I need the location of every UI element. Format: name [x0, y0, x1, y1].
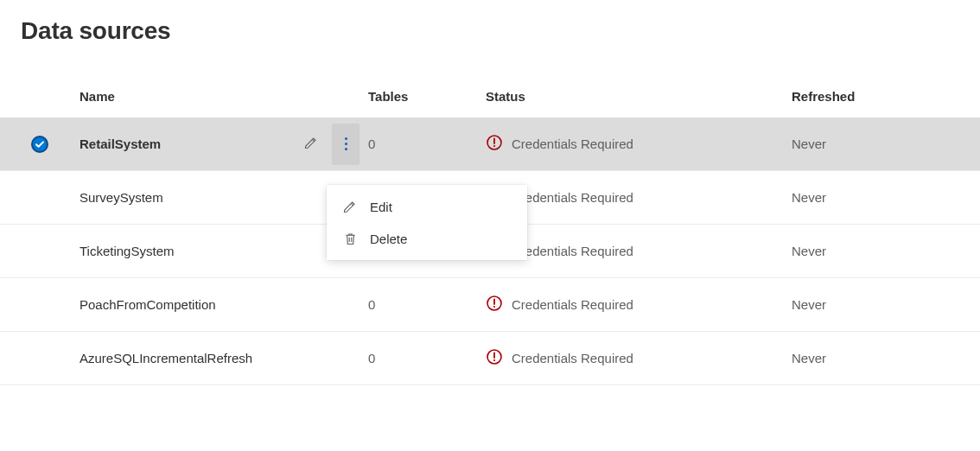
- menu-item-label: Delete: [370, 232, 407, 246]
- warning-icon: [486, 295, 503, 314]
- warning-icon: [486, 134, 503, 154]
- row-tables: 0: [363, 351, 486, 365]
- row-context-menu: Edit Delete: [327, 185, 527, 260]
- row-refreshed: Never: [792, 351, 964, 365]
- row-status: Credentials Required: [512, 297, 633, 312]
- row-refreshed: Never: [792, 297, 964, 312]
- column-header-tables[interactable]: Tables: [363, 89, 486, 104]
- row-refreshed: Never: [792, 190, 964, 205]
- row-status: Credentials Required: [512, 244, 633, 258]
- edit-icon[interactable]: [303, 135, 319, 153]
- column-header-refreshed[interactable]: Refreshed: [792, 89, 964, 104]
- row-refreshed: Never: [792, 244, 964, 258]
- more-actions-button[interactable]: [332, 124, 360, 165]
- row-name[interactable]: AzureSQLIncrementalRefresh: [80, 351, 294, 365]
- table-row[interactable]: RetailSystem 0 Credentials Required Neve…: [0, 118, 980, 171]
- edit-icon: [342, 199, 358, 214]
- row-name[interactable]: SurveySystem: [80, 190, 294, 205]
- vertical-dots-icon: [345, 137, 347, 150]
- row-status: Credentials Required: [512, 137, 633, 151]
- selected-check-icon[interactable]: [31, 136, 48, 153]
- row-refreshed: Never: [792, 137, 964, 151]
- menu-item-label: Edit: [370, 200, 392, 214]
- table-row[interactable]: PoachFromCompetition 0 Credentials Requi…: [0, 278, 980, 332]
- column-header-status[interactable]: Status: [486, 89, 792, 104]
- row-name[interactable]: RetailSystem: [80, 137, 294, 151]
- column-header-name[interactable]: Name: [80, 89, 294, 104]
- row-tables: 0: [363, 297, 486, 312]
- row-name[interactable]: PoachFromCompetition: [80, 297, 294, 312]
- page-title: Data sources: [0, 0, 980, 45]
- table-row[interactable]: AzureSQLIncrementalRefresh 0 Credentials…: [0, 332, 980, 385]
- warning-icon: [486, 348, 503, 368]
- row-name[interactable]: TicketingSystem: [80, 244, 294, 258]
- row-tables: 0: [363, 137, 486, 151]
- menu-item-edit[interactable]: Edit: [327, 190, 527, 223]
- row-status: Credentials Required: [512, 351, 633, 365]
- table-header-row: Name Tables Status Refreshed: [0, 74, 980, 118]
- svg-point-2: [493, 145, 495, 147]
- svg-point-11: [493, 306, 495, 308]
- svg-point-14: [493, 359, 495, 361]
- delete-icon: [342, 232, 358, 246]
- menu-item-delete[interactable]: Delete: [327, 223, 527, 255]
- row-status: Credentials Required: [512, 190, 633, 205]
